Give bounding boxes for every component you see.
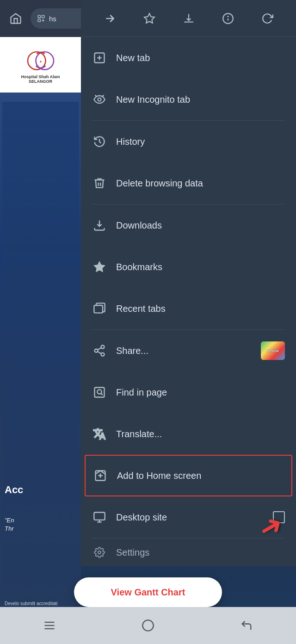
menu-toolbar xyxy=(81,0,296,37)
info-button[interactable] xyxy=(217,7,239,30)
menu-item-history[interactable]: History xyxy=(81,121,296,162)
star-icon xyxy=(92,260,107,274)
incognito-label: New Incognito tab xyxy=(116,94,285,105)
view-gantt-button[interactable]: View Gantt Chart xyxy=(74,577,222,607)
translate-label: Translate... xyxy=(116,429,285,440)
svg-point-32 xyxy=(142,620,153,631)
download-toolbar-button[interactable] xyxy=(178,7,200,30)
back-nav-button[interactable] xyxy=(228,613,265,638)
history-icon xyxy=(92,134,107,149)
find-icon xyxy=(92,385,107,400)
menu-item-downloads[interactable]: Downloads xyxy=(81,204,296,246)
svg-marker-14 xyxy=(94,261,105,272)
desktop-icon xyxy=(92,510,107,525)
forward-button[interactable] xyxy=(99,7,121,30)
hospital-name: Hospital Shah Alam SELANGOR xyxy=(21,74,60,84)
new-tab-label: New tab xyxy=(116,53,285,63)
home-nav-button[interactable] xyxy=(130,613,166,638)
refresh-button[interactable] xyxy=(256,7,278,30)
download-icon xyxy=(92,218,107,233)
downloads-label: Downloads xyxy=(116,220,285,231)
hero-body: Develo submitt accreditati xyxy=(5,600,79,607)
svg-line-20 xyxy=(98,348,101,350)
gantt-button-wrapper: View Gantt Chart xyxy=(74,577,222,607)
svg-marker-6 xyxy=(144,13,154,23)
menu-item-translate[interactable]: Translate... xyxy=(81,413,296,455)
delete-data-label: Delete browsing data xyxy=(116,178,285,189)
menu-item-add-home[interactable]: Add to Home screen xyxy=(85,455,292,496)
trash-icon xyxy=(92,176,107,191)
add-home-label: Add to Home screen xyxy=(117,471,284,481)
bottom-navigation xyxy=(0,607,296,644)
menu-item-bookmarks[interactable]: Bookmarks xyxy=(81,246,296,288)
menu-item-find[interactable]: Find in page xyxy=(81,372,296,413)
desktop-site-label: Desktop site xyxy=(116,512,264,523)
svg-point-18 xyxy=(101,353,105,356)
recent-tabs-icon xyxy=(92,301,107,316)
svg-rect-2 xyxy=(38,19,40,22)
menu-item-settings[interactable]: Settings xyxy=(81,539,296,566)
home-button[interactable] xyxy=(6,8,26,29)
bookmark-button[interactable] xyxy=(138,7,160,30)
hero-title: Acc xyxy=(5,484,23,496)
settings-label: Settings xyxy=(116,547,285,558)
new-tab-icon xyxy=(92,50,107,65)
menu-nav-button[interactable] xyxy=(31,613,68,638)
translate-icon xyxy=(92,427,107,441)
svg-point-17 xyxy=(95,349,98,353)
menu-item-new-tab[interactable]: New tab xyxy=(81,37,296,79)
hero-quote: "En Thr xyxy=(5,516,14,533)
svg-line-19 xyxy=(98,352,101,354)
address-text: hs xyxy=(49,15,56,23)
share-label: Share... xyxy=(116,346,252,356)
hero-section: Acc "En Thr Develo submitt accreditati xyxy=(0,93,81,644)
svg-point-22 xyxy=(97,390,101,394)
add-home-icon xyxy=(93,468,108,483)
menu-item-recent-tabs[interactable]: Recent tabs xyxy=(81,288,296,329)
menu-item-incognito[interactable]: New Incognito tab xyxy=(81,79,296,120)
share-badge: EPSON xyxy=(261,341,285,360)
svg-rect-15 xyxy=(94,305,103,313)
recent-tabs-label: Recent tabs xyxy=(116,303,285,314)
find-label: Find in page xyxy=(116,387,285,398)
svg-rect-0 xyxy=(38,15,40,18)
svg-point-16 xyxy=(101,345,105,348)
share-icon xyxy=(92,343,107,358)
svg-line-23 xyxy=(101,393,103,395)
svg-rect-1 xyxy=(42,15,44,18)
settings-icon xyxy=(92,545,107,560)
history-label: History xyxy=(116,136,285,147)
background-website: ✦ Hospital Shah Alam SELANGOR Acc "En Th… xyxy=(0,37,81,644)
svg-point-13 xyxy=(98,98,101,101)
menu-item-share[interactable]: Share... EPSON xyxy=(81,330,296,372)
context-menu: New tab New Incognito tab History xyxy=(81,0,296,566)
hospital-logo-area: ✦ Hospital Shah Alam SELANGOR xyxy=(0,37,81,93)
svg-text:✦: ✦ xyxy=(39,60,42,63)
bookmarks-label: Bookmarks xyxy=(116,262,285,272)
incognito-icon xyxy=(92,92,107,107)
svg-point-28 xyxy=(98,551,101,554)
menu-item-delete-data[interactable]: Delete browsing data xyxy=(81,162,296,204)
svg-rect-21 xyxy=(95,388,105,397)
svg-rect-25 xyxy=(94,513,105,520)
